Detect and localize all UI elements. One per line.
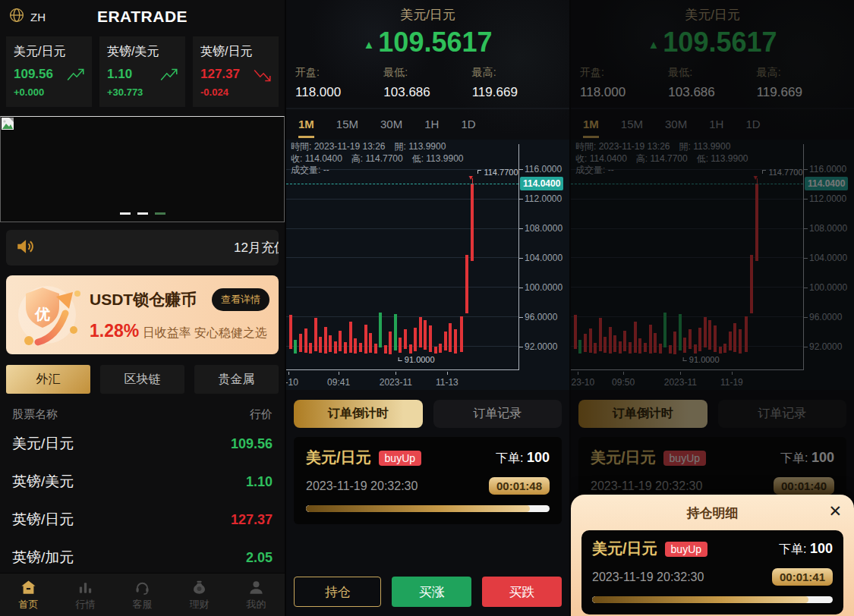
buy-up-button[interactable]: 买涨 (392, 577, 471, 607)
y-tick (519, 228, 523, 229)
x-tick (339, 372, 339, 375)
close-icon[interactable]: ✕ (828, 503, 842, 519)
quote-row[interactable]: 英镑/日元127.37 (0, 501, 285, 539)
y-tick-label: 108.0000 (525, 223, 563, 234)
quote-table-header: 股票名称 行价 (12, 407, 273, 422)
tab-1h[interactable]: 1H (424, 118, 439, 136)
candle (460, 316, 463, 352)
hook-icon (477, 170, 481, 174)
nav-item-support[interactable]: 客服 (114, 574, 171, 616)
ticker-change: -0.024 (200, 86, 271, 98)
trend-up-icon (159, 67, 179, 86)
modal-title: 持仓明细 (571, 495, 854, 522)
x-tick-label: 09:41 (327, 377, 350, 388)
x-tick-label: 2023-11 (380, 377, 412, 388)
candle (449, 323, 452, 352)
candle (379, 313, 382, 347)
quote-price: 127.37 (231, 512, 273, 528)
category-tab-贵金属[interactable]: 贵金属 (194, 365, 279, 394)
app-root: ZH ERATRADE 美元/日元109.56+0.000英镑/美元1.10+3… (0, 0, 854, 616)
nav-item-home[interactable]: 首页 (0, 574, 57, 616)
quote-price: 109.56 (231, 436, 273, 452)
order-history-tab[interactable]: 订单记录 (433, 400, 563, 428)
carousel-dot[interactable] (137, 212, 148, 215)
candle (334, 341, 337, 354)
tab-1d[interactable]: 1D (461, 118, 475, 136)
speaker-icon (15, 237, 35, 259)
x-tick (288, 372, 289, 375)
hook-icon (399, 357, 402, 361)
candle (309, 343, 312, 354)
quote-row[interactable]: 美元/日元109.56 (0, 425, 285, 463)
nav-label: 我的 (247, 598, 266, 611)
tab-15m[interactable]: 15M (336, 118, 358, 136)
order-countdown-tab[interactable]: 订单倒计时 (294, 400, 423, 428)
y-tick-label: 116.0000 (525, 164, 562, 174)
buy-down-button[interactable]: 买跌 (482, 577, 562, 607)
category-tab-区块链[interactable]: 区块链 (100, 365, 184, 394)
tab-1m[interactable]: 1M (298, 118, 314, 138)
ticker-change: +30.773 (107, 86, 178, 98)
nav-item-chart[interactable]: 行情 (57, 574, 114, 616)
nav-item-profile[interactable]: 我的 (228, 574, 285, 616)
x-tick-label: 2023-10 (285, 377, 298, 388)
ticker-card[interactable]: 英镑/美元1.10+30.773 (99, 36, 185, 107)
ticker-pair: 英镑/日元 (200, 44, 271, 60)
chart-icon (77, 579, 94, 596)
y-tick (519, 169, 523, 170)
ticker-card[interactable]: 英镑/日元127.37-0.024 (193, 36, 279, 107)
buyup-badge: buyUp (379, 451, 421, 466)
announcement-bar[interactable]: 12月充值 (6, 230, 279, 266)
trend-up-icon (66, 67, 86, 86)
promo-title: USDT锁仓赚币 (90, 289, 197, 310)
y-tick (519, 199, 523, 200)
chart-plot[interactable]: 114.770091.0000▾ (286, 144, 519, 370)
language-switcher[interactable]: ZH (9, 8, 46, 26)
ticker-change: +0.000 (14, 86, 84, 98)
banner-carousel[interactable] (0, 116, 285, 222)
ticker-cards: 美元/日元109.56+0.000英镑/美元1.10+30.773英镑/日元12… (0, 33, 285, 115)
countdown-progress (306, 505, 550, 512)
nav-label: 理财 (190, 598, 210, 611)
candle (454, 329, 457, 354)
announcement-text: 12月充值 (234, 239, 279, 256)
order-amount: 下单: 100 (496, 450, 550, 467)
candle (349, 322, 352, 353)
quote-table: 美元/日元109.56英镑/美元1.10英镑/日元127.37英镑/加元2.05 (0, 425, 285, 577)
buyup-badge: buyUp (665, 542, 707, 557)
trade-panel-dimmed: 美元/日元 ▲109.5617 开盘:118.000 最低:103.686 最高… (569, 0, 854, 616)
candle (394, 314, 397, 350)
quote-row[interactable]: 英镑/美元1.10 (0, 463, 285, 501)
view-details-button[interactable]: 查看详情 (212, 288, 269, 311)
category-tab-外汇[interactable]: 外汇 (6, 365, 90, 394)
tab-30m[interactable]: 30M (380, 118, 402, 136)
promo-body: USDT锁仓赚币 查看详情 1.28% 日收益率 安心稳健之选 (88, 288, 269, 341)
grid-line (286, 257, 518, 258)
pair-title: 美元/日元 (286, 6, 569, 24)
stat-value: 118.000 (295, 85, 383, 100)
candle (299, 334, 302, 351)
candle (319, 337, 322, 352)
quote-price: 2.05 (246, 550, 273, 566)
usdt-promo-banner[interactable]: 优 USDT锁仓赚币 查看详情 1.28% 日收益率 安心稳健之选 (6, 275, 279, 354)
nav-item-wallet[interactable]: 理财 (171, 574, 228, 616)
candle (289, 315, 292, 349)
y-tick (519, 288, 523, 288)
candlestick-chart[interactable]: 時間: 2023-11-19 13:26 開: 113.9900 收: 114.… (286, 140, 569, 390)
quote-price: 1.10 (246, 474, 273, 490)
position-detail-modal: 持仓明细 ✕ 美元/日元 buyUp 下单: 100 2023-11-19 20… (571, 495, 854, 616)
position-button[interactable]: 持仓 (294, 577, 381, 607)
ticker-card[interactable]: 美元/日元109.56+0.000 (6, 36, 92, 107)
candle (399, 338, 402, 352)
carousel-dot[interactable] (120, 212, 131, 215)
candle (471, 184, 474, 261)
carousel-dot[interactable] (155, 212, 165, 215)
candle (304, 328, 307, 353)
top-bar: ZH ERATRADE (0, 0, 285, 33)
quote-row[interactable]: 英镑/加元2.05 (0, 539, 285, 577)
candle (465, 255, 468, 314)
grid-line (286, 228, 518, 229)
current-price-label: 114.0400 (520, 177, 563, 190)
quote-name: 英镑/美元 (12, 472, 74, 492)
promo-rate-text: 日收益率 安心稳健之选 (143, 326, 267, 339)
